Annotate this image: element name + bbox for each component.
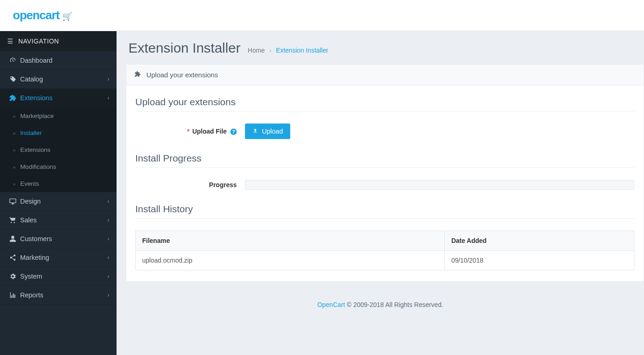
submenu-item-label: Installer <box>20 129 42 136</box>
cart-icon: 🛒 <box>62 12 72 21</box>
col-header-date-added: Date Added <box>445 231 634 251</box>
upload-file-row: * Upload File ? Upload <box>135 124 634 139</box>
chevron-right-icon: › <box>107 95 109 101</box>
brand-name: opencart <box>13 8 59 22</box>
chevron-right-icon: › <box>107 198 109 204</box>
history-section-title: Install History <box>135 204 634 219</box>
breadcrumb: Home › Extension Installer <box>248 47 328 54</box>
upload-button[interactable]: Upload <box>245 124 290 139</box>
submenu-item-label: Events <box>20 180 39 187</box>
submenu-item-modifications[interactable]: »Modifications <box>0 158 117 175</box>
breadcrumb-home[interactable]: Home <box>248 47 265 54</box>
col-header-filename: Filename <box>136 231 445 251</box>
footer: OpenCart © 2009-2018 All Rights Reserved… <box>117 293 644 317</box>
upload-file-label: Upload File <box>192 128 227 135</box>
desktop-icon <box>7 198 18 205</box>
extensions-submenu: »Marketplace »Installer »Extensions »Mod… <box>0 108 117 192</box>
brand-logo[interactable]: opencart🛒 <box>13 8 72 22</box>
cell-date-added: 09/10/2018 <box>445 251 634 270</box>
submenu-arrow-icon: » <box>13 147 16 153</box>
dashboard-icon <box>7 57 18 64</box>
progress-section-title: Install Progress <box>135 153 634 168</box>
submenu-item-label: Extensions <box>20 146 50 153</box>
sidebar-item-sales[interactable]: Sales › <box>0 211 117 230</box>
puzzle-icon <box>7 94 18 102</box>
panel-upload-extensions: Upload your extensions Upload your exten… <box>126 64 644 282</box>
submenu-arrow-icon: » <box>13 181 16 187</box>
chevron-right-icon: › <box>107 217 109 223</box>
sidebar-item-label: Customers <box>20 235 52 242</box>
footer-brand-link[interactable]: OpenCart <box>317 301 345 308</box>
main-content: Extension Installer Home › Extension Ins… <box>117 31 644 282</box>
submenu-arrow-icon: » <box>13 113 16 119</box>
upload-icon <box>252 128 260 135</box>
chevron-right-icon: › <box>107 76 109 82</box>
tag-icon <box>7 75 18 83</box>
cell-filename: upload.ocmod.zip <box>136 251 445 270</box>
cart-icon <box>7 216 18 224</box>
sidebar-item-customers[interactable]: Customers › <box>0 230 117 248</box>
menu-icon: ☰ <box>7 38 14 45</box>
puzzle-icon <box>134 71 143 79</box>
sidebar-item-label: Marketing <box>20 254 49 261</box>
progress-label: Progress <box>209 181 237 188</box>
chevron-right-icon: › <box>107 273 109 280</box>
sidebar-item-label: Extensions <box>20 94 53 102</box>
help-icon[interactable]: ? <box>230 129 237 135</box>
sidebar-item-label: Dashboard <box>20 57 53 64</box>
chevron-right-icon: › <box>107 254 109 261</box>
upload-section-title: Upload your extensions <box>135 97 634 112</box>
submenu-item-events[interactable]: »Events <box>0 175 117 192</box>
chevron-right-icon: › <box>107 236 109 242</box>
install-history-table: Filename Date Added upload.ocmod.zip 09/… <box>135 231 634 270</box>
sidebar-item-label: Reports <box>20 291 43 299</box>
sidebar-item-system[interactable]: System › <box>0 267 117 286</box>
sidebar-item-label: Sales <box>20 216 37 224</box>
panel-heading-label: Upload your extensions <box>146 71 218 79</box>
gear-icon <box>7 273 18 280</box>
page-title: Extension Installer <box>128 40 240 56</box>
sidebar-item-label: System <box>20 273 42 280</box>
breadcrumb-separator: › <box>269 47 271 54</box>
nav-header: ☰ NAVIGATION <box>0 31 117 51</box>
sidebar-item-label: Catalog <box>20 75 43 83</box>
submenu-item-installer[interactable]: »Installer <box>0 124 117 141</box>
required-indicator: * <box>187 128 189 135</box>
table-row: upload.ocmod.zip 09/10/2018 <box>136 251 634 270</box>
sidebar: ☰ NAVIGATION Dashboard Catalog › <box>0 31 117 317</box>
user-icon <box>7 235 18 242</box>
progress-row: Progress <box>135 180 634 190</box>
submenu-item-label: Modifications <box>20 163 56 170</box>
progress-bar <box>245 180 634 190</box>
submenu-item-marketplace[interactable]: »Marketplace <box>0 108 117 124</box>
sidebar-item-design[interactable]: Design › <box>0 192 117 211</box>
sidebar-item-catalog[interactable]: Catalog › <box>0 70 117 89</box>
top-header: opencart🛒 <box>0 0 644 31</box>
upload-button-label: Upload <box>262 128 283 135</box>
submenu-item-label: Marketplace <box>20 113 54 119</box>
submenu-item-extensions[interactable]: »Extensions <box>0 141 117 158</box>
sidebar-item-dashboard[interactable]: Dashboard <box>0 51 117 70</box>
chevron-right-icon: › <box>107 292 109 298</box>
sidebar-item-marketing[interactable]: Marketing › <box>0 248 117 267</box>
bar-chart-icon <box>7 291 18 299</box>
footer-rights: © 2009-2018 All Rights Reserved. <box>345 301 443 308</box>
sidebar-item-label: Design <box>20 198 41 205</box>
sidebar-item-extensions[interactable]: Extensions › »Marketplace »Installer »Ex… <box>0 89 117 192</box>
sidebar-item-reports[interactable]: Reports › <box>0 286 117 305</box>
submenu-arrow-icon: » <box>13 130 16 136</box>
submenu-arrow-icon: » <box>13 164 16 170</box>
breadcrumb-current[interactable]: Extension Installer <box>276 47 328 54</box>
page-header: Extension Installer Home › Extension Ins… <box>117 31 644 64</box>
share-icon <box>7 254 18 261</box>
nav-header-label: NAVIGATION <box>18 38 59 45</box>
panel-heading: Upload your extensions <box>126 65 644 86</box>
